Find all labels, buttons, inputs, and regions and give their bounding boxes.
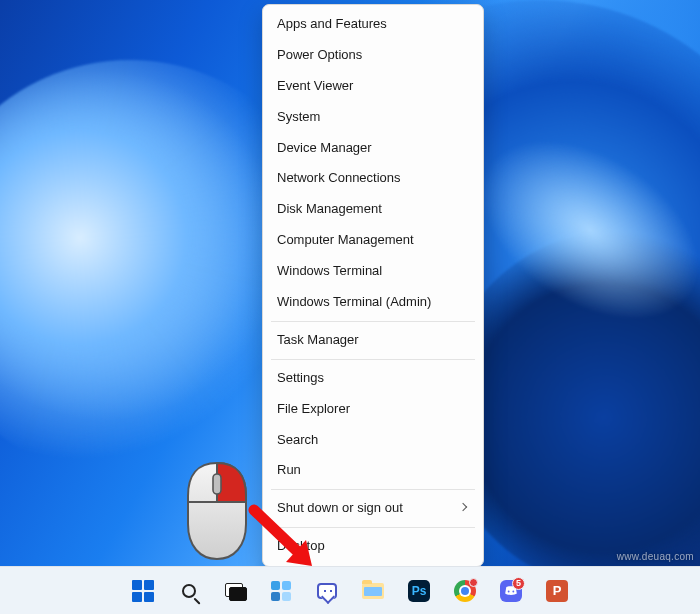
desktop: Apps and FeaturesPower OptionsEvent View… xyxy=(0,0,700,614)
task-view-icon xyxy=(225,583,245,599)
widgets-icon xyxy=(271,581,291,601)
menu-item-label: Windows Terminal xyxy=(277,263,382,280)
taskbar: Ps 5 P xyxy=(0,566,700,614)
winx-context-menu: Apps and FeaturesPower OptionsEvent View… xyxy=(262,4,484,567)
menu-item-label: Device Manager xyxy=(277,140,372,157)
windows-logo-icon xyxy=(132,580,154,602)
menu-item-run[interactable]: Run xyxy=(263,455,483,486)
menu-item-file-explorer[interactable]: File Explorer xyxy=(263,394,483,425)
menu-item-event-viewer[interactable]: Event Viewer xyxy=(263,71,483,102)
notification-badge: 5 xyxy=(512,577,525,590)
menu-item-task-manager[interactable]: Task Manager xyxy=(263,325,483,356)
menu-item-disk-management[interactable]: Disk Management xyxy=(263,194,483,225)
menu-item-label: Shut down or sign out xyxy=(277,500,403,517)
menu-item-computer-management[interactable]: Computer Management xyxy=(263,225,483,256)
menu-separator xyxy=(271,321,475,322)
menu-item-label: File Explorer xyxy=(277,401,350,418)
mouse-right-click-hint-icon xyxy=(180,460,254,562)
menu-item-label: System xyxy=(277,109,320,126)
menu-item-label: Task Manager xyxy=(277,332,359,349)
chrome-button[interactable] xyxy=(445,571,485,611)
menu-item-label: Search xyxy=(277,432,318,449)
menu-item-search[interactable]: Search xyxy=(263,425,483,456)
menu-item-power-options[interactable]: Power Options xyxy=(263,40,483,71)
chevron-right-icon xyxy=(460,504,469,513)
menu-separator xyxy=(271,527,475,528)
photoshop-button[interactable]: Ps xyxy=(399,571,439,611)
file-explorer-icon xyxy=(362,583,384,599)
chat-icon xyxy=(317,583,337,599)
menu-item-label: Network Connections xyxy=(277,170,401,187)
menu-separator xyxy=(271,489,475,490)
menu-item-label: Settings xyxy=(277,370,324,387)
menu-item-apps-and-features[interactable]: Apps and Features xyxy=(263,9,483,40)
menu-item-network-connections[interactable]: Network Connections xyxy=(263,163,483,194)
menu-item-system[interactable]: System xyxy=(263,102,483,133)
menu-item-device-manager[interactable]: Device Manager xyxy=(263,133,483,164)
menu-item-label: Windows Terminal (Admin) xyxy=(277,294,431,311)
notification-dot-icon xyxy=(469,578,478,587)
menu-item-label: Desktop xyxy=(277,538,325,555)
search-icon xyxy=(182,584,196,598)
menu-separator xyxy=(271,359,475,360)
menu-item-shut-down-or-sign-out[interactable]: Shut down or sign out xyxy=(263,493,483,524)
menu-item-desktop[interactable]: Desktop xyxy=(263,531,483,562)
powerpoint-button[interactable]: P xyxy=(537,571,577,611)
menu-item-label: Disk Management xyxy=(277,201,382,218)
menu-item-windows-terminal-admin[interactable]: Windows Terminal (Admin) xyxy=(263,287,483,318)
svg-rect-2 xyxy=(213,474,221,494)
taskbar-search-button[interactable] xyxy=(169,571,209,611)
discord-button[interactable]: 5 xyxy=(491,571,531,611)
task-view-button[interactable] xyxy=(215,571,255,611)
watermark-text: www.deuaq.com xyxy=(617,551,694,562)
chrome-icon xyxy=(454,580,476,602)
menu-item-label: Event Viewer xyxy=(277,78,353,95)
menu-item-windows-terminal[interactable]: Windows Terminal xyxy=(263,256,483,287)
powerpoint-icon: P xyxy=(546,580,568,602)
menu-item-settings[interactable]: Settings xyxy=(263,363,483,394)
chat-button[interactable] xyxy=(307,571,347,611)
widgets-button[interactable] xyxy=(261,571,301,611)
start-button[interactable] xyxy=(123,571,163,611)
menu-item-label: Run xyxy=(277,462,301,479)
discord-icon: 5 xyxy=(500,580,522,602)
file-explorer-button[interactable] xyxy=(353,571,393,611)
menu-item-label: Computer Management xyxy=(277,232,414,249)
menu-item-label: Power Options xyxy=(277,47,362,64)
menu-item-label: Apps and Features xyxy=(277,16,387,33)
photoshop-icon: Ps xyxy=(408,580,430,602)
